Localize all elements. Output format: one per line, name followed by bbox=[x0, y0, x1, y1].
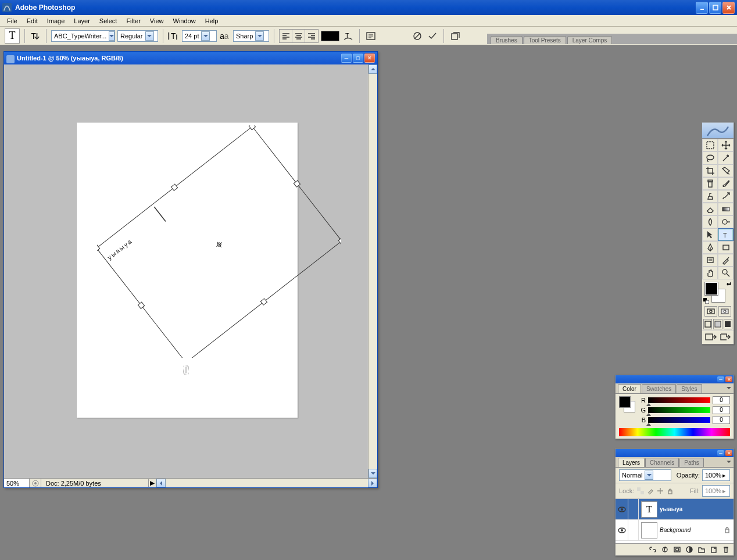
lasso-tool[interactable] bbox=[702, 152, 718, 164]
eraser-tool[interactable] bbox=[702, 203, 718, 216]
layer-thumbnail[interactable] bbox=[641, 522, 657, 539]
align-left-button[interactable] bbox=[280, 30, 292, 42]
history-brush-tool[interactable] bbox=[718, 190, 734, 203]
toolbox-header[interactable] bbox=[702, 123, 734, 139]
foreground-color-swatch[interactable] bbox=[704, 282, 718, 296]
lock-transparency-button[interactable] bbox=[636, 487, 645, 495]
color-panel-minimize-button[interactable]: ─ bbox=[717, 376, 724, 382]
g-slider[interactable] bbox=[648, 407, 710, 413]
magic-wand-tool[interactable] bbox=[718, 152, 734, 164]
status-icon[interactable] bbox=[30, 479, 41, 487]
screen-standard-button[interactable] bbox=[703, 319, 712, 329]
menu-filter[interactable]: Filter bbox=[121, 16, 145, 26]
vertical-scrollbar[interactable] bbox=[368, 64, 377, 478]
pen-tool[interactable] bbox=[702, 241, 718, 254]
font-style-dropdown[interactable]: Regular bbox=[117, 30, 158, 42]
adjustment-layer-button[interactable] bbox=[684, 545, 695, 554]
layer-name[interactable]: Background bbox=[660, 527, 691, 533]
canvas-area[interactable]: уыаыуа bbox=[4, 64, 368, 478]
eyedropper-tool[interactable] bbox=[718, 254, 734, 267]
screen-full-menubar-button[interactable] bbox=[713, 319, 722, 329]
quick-mask-button[interactable] bbox=[718, 306, 731, 317]
menu-image[interactable]: Image bbox=[42, 16, 70, 26]
tab-swatches[interactable]: Swatches bbox=[642, 384, 676, 393]
color-panel-swatches[interactable] bbox=[619, 396, 635, 412]
character-panel-button[interactable] bbox=[364, 30, 377, 42]
tab-color[interactable]: Color bbox=[618, 384, 641, 393]
gradient-tool[interactable] bbox=[718, 203, 734, 216]
layer-name[interactable]: уыаыуа bbox=[660, 506, 682, 512]
palette-tab-layer-comps[interactable]: Layer Comps bbox=[567, 36, 612, 44]
layer-visibility-toggle[interactable] bbox=[616, 520, 628, 540]
jump-other-button[interactable] bbox=[718, 332, 731, 343]
blur-tool[interactable] bbox=[702, 216, 718, 228]
palette-tab-brushes[interactable]: Brushes bbox=[491, 36, 523, 44]
font-family-dropdown[interactable]: ABC_TypeWriter... bbox=[51, 30, 115, 42]
menu-layer[interactable]: Layer bbox=[69, 16, 95, 26]
layer-link-area[interactable] bbox=[628, 499, 639, 519]
document-close-button[interactable]: ✕ bbox=[364, 53, 375, 63]
text-color-swatch[interactable] bbox=[321, 31, 339, 41]
notes-tool[interactable] bbox=[702, 254, 718, 267]
tab-channels[interactable]: Channels bbox=[645, 458, 679, 467]
swap-colors-icon[interactable]: ⇄ bbox=[727, 281, 731, 287]
menu-window[interactable]: Window bbox=[169, 16, 201, 26]
marquee-tool[interactable] bbox=[702, 139, 718, 152]
zoom-field[interactable]: 50% bbox=[4, 479, 30, 487]
font-size-dropdown[interactable]: 24 pt bbox=[182, 30, 217, 42]
r-value[interactable]: 0 bbox=[713, 396, 730, 404]
commit-transform-button[interactable] bbox=[426, 30, 439, 42]
cancel-transform-button[interactable] bbox=[411, 30, 424, 42]
delete-layer-button[interactable] bbox=[721, 545, 731, 554]
jump-imageready-button[interactable] bbox=[704, 332, 717, 343]
warp-text-button[interactable]: T bbox=[342, 30, 355, 42]
color-panel-menu-button[interactable] bbox=[725, 385, 732, 392]
lock-all-button[interactable] bbox=[666, 487, 674, 495]
status-menu-arrow[interactable]: ▶ bbox=[148, 479, 156, 487]
path-selection-tool[interactable] bbox=[702, 228, 718, 241]
text-orientation-toggle[interactable]: T bbox=[30, 30, 41, 42]
layer-row[interactable]: Background bbox=[616, 520, 734, 541]
b-value[interactable]: 0 bbox=[713, 416, 730, 424]
move-tool[interactable] bbox=[718, 139, 734, 152]
opacity-field[interactable]: 100% ▸ bbox=[702, 469, 730, 481]
layer-thumbnail[interactable]: T bbox=[641, 501, 657, 518]
brush-tool[interactable] bbox=[718, 177, 734, 190]
hand-tool[interactable] bbox=[702, 267, 718, 279]
edit-options-button[interactable] bbox=[449, 30, 461, 42]
crop-tool[interactable] bbox=[702, 164, 718, 177]
menu-edit[interactable]: Edit bbox=[22, 16, 42, 26]
lock-position-button[interactable] bbox=[656, 487, 664, 495]
layer-link-area[interactable] bbox=[628, 520, 639, 540]
g-value[interactable]: 0 bbox=[713, 406, 730, 414]
align-right-button[interactable] bbox=[305, 30, 318, 42]
screen-full-button[interactable] bbox=[724, 319, 732, 329]
default-colors-icon[interactable] bbox=[703, 298, 709, 304]
layer-group-button[interactable] bbox=[696, 545, 707, 554]
palette-tab-tool-presets[interactable]: Tool Presets bbox=[524, 36, 566, 44]
menu-file[interactable]: File bbox=[2, 16, 22, 26]
r-slider[interactable] bbox=[648, 397, 710, 403]
slice-tool[interactable] bbox=[718, 164, 734, 177]
type-tool[interactable]: T bbox=[718, 228, 734, 241]
color-panel-close-button[interactable]: ✕ bbox=[725, 376, 732, 382]
align-center-button[interactable] bbox=[292, 30, 305, 42]
window-close-button[interactable] bbox=[722, 2, 735, 14]
healing-brush-tool[interactable] bbox=[702, 177, 718, 190]
layers-panel-menu-button[interactable] bbox=[725, 458, 732, 465]
menu-view[interactable]: View bbox=[145, 16, 169, 26]
layers-panel-minimize-button[interactable]: ─ bbox=[717, 450, 724, 456]
standard-mode-button[interactable] bbox=[704, 306, 717, 317]
document-minimize-button[interactable]: ─ bbox=[341, 53, 352, 63]
menu-select[interactable]: Select bbox=[95, 16, 122, 26]
link-layers-button[interactable] bbox=[647, 545, 658, 554]
menu-help[interactable]: Help bbox=[201, 16, 223, 26]
tab-layers[interactable]: Layers bbox=[618, 458, 645, 467]
clone-stamp-tool[interactable] bbox=[702, 190, 718, 203]
layer-visibility-toggle[interactable] bbox=[616, 499, 628, 519]
b-slider[interactable] bbox=[648, 417, 710, 423]
blend-mode-dropdown[interactable]: Normal bbox=[619, 469, 671, 481]
layer-mask-button[interactable] bbox=[672, 545, 682, 554]
layer-row[interactable]: T уыаыуа bbox=[616, 499, 734, 520]
window-minimize-button[interactable] bbox=[696, 2, 708, 14]
